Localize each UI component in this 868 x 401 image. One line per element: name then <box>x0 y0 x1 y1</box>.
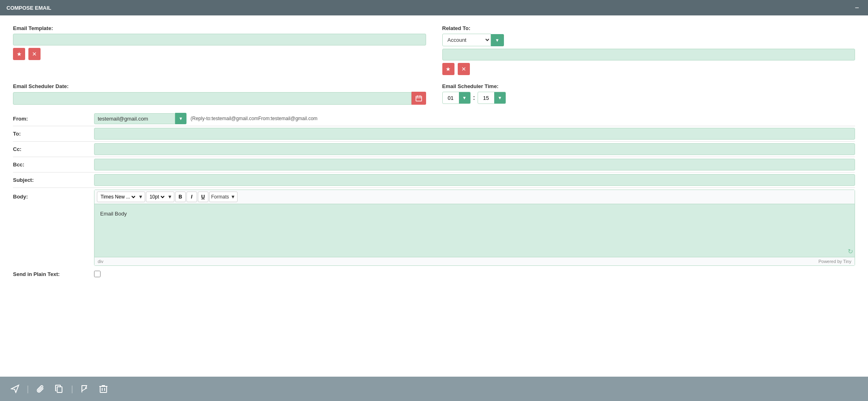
from-dropdown-button[interactable]: ▼ <box>175 113 186 124</box>
formats-arrow: ▼ <box>231 194 236 200</box>
font-family-select-wrap[interactable]: Times New ... Arial Helvetica Verdana ▼ <box>97 192 145 202</box>
bcc-input[interactable] <box>94 159 855 170</box>
time-colon: : <box>473 94 475 101</box>
scheduler-date-input[interactable]: 11/01/2021 <box>13 92 411 105</box>
to-label: To: <box>13 131 94 137</box>
resize-handle[interactable]: ↻ <box>848 248 853 255</box>
formats-label: Formats <box>211 194 229 200</box>
formats-select-wrap[interactable]: Formats ▼ <box>209 192 238 202</box>
calendar-button[interactable] <box>411 92 426 105</box>
template-bookmark-button[interactable]: ★ <box>13 48 25 60</box>
email-template-input[interactable] <box>13 34 426 45</box>
plain-text-label: Send in Plain Text: <box>13 271 94 277</box>
body-content: Email Body <box>100 211 127 217</box>
attach-icon <box>36 384 45 393</box>
minute-dropdown-button[interactable]: ▼ <box>494 92 506 103</box>
delete-button[interactable] <box>96 382 110 396</box>
copy-icon <box>55 384 64 393</box>
cc-label: Cc: <box>13 146 94 152</box>
font-size-arrow: ▼ <box>167 194 172 200</box>
body-editor-wrap: Times New ... Arial Helvetica Verdana ▼ … <box>94 190 855 266</box>
editor-footer: div Powered by Tiny <box>94 257 855 265</box>
related-to-label: Related To: <box>442 25 855 31</box>
divider-1: | <box>27 384 29 394</box>
related-bookmark-button[interactable]: ★ <box>442 63 454 75</box>
minimize-button[interactable]: − <box>852 3 862 13</box>
from-label: From: <box>13 116 94 122</box>
attach-button[interactable] <box>34 382 47 396</box>
email-fields-section: From: ▼ (Reply-to:testemail@gmail.comFro… <box>13 113 855 188</box>
bcc-label: Bcc: <box>13 162 94 168</box>
underline-button[interactable]: U <box>198 192 208 202</box>
font-size-select[interactable]: 8pt 9pt 10pt 11pt 12pt 14pt <box>148 194 166 200</box>
scheduler-minute-input[interactable] <box>478 93 494 103</box>
related-to-select[interactable]: Account Contact Lead Opportunity <box>442 34 491 46</box>
main-content: Email Template: ★ ✕ Related To: Account … <box>0 15 868 377</box>
template-close-button[interactable]: ✕ <box>28 48 41 60</box>
scheduler-date-section: Email Scheduler Date: 11/01/2021 <box>13 83 426 105</box>
subject-row: Subject: Test Email Scheduling <box>13 174 855 188</box>
bcc-row: Bcc: <box>13 159 855 172</box>
cc-row: Cc: <box>13 143 855 157</box>
subject-input[interactable]: Test Email Scheduling <box>94 174 855 186</box>
related-to-section: Related To: Account Contact Lead Opportu… <box>442 25 855 75</box>
font-family-arrow: ▼ <box>138 194 143 200</box>
scheduler-date-label: Email Scheduler Date: <box>13 83 426 89</box>
flag-icon <box>80 384 89 393</box>
italic-button[interactable]: I <box>186 192 197 202</box>
subject-label: Subject: <box>13 177 94 183</box>
svg-rect-0 <box>416 96 422 101</box>
title-bar: COMPOSE EMAIL − <box>0 0 868 15</box>
bottom-bar: | | <box>0 377 868 401</box>
powered-by-tiny: Powered by Tiny <box>819 259 851 264</box>
hour-dropdown-button[interactable]: ▼ <box>459 92 470 103</box>
cc-input[interactable] <box>94 143 855 155</box>
to-input[interactable]: testemail@gmail.com <box>94 128 855 140</box>
email-template-label: Email Template: <box>13 25 426 31</box>
to-row: To: testemail@gmail.com <box>13 128 855 142</box>
calendar-icon <box>416 95 422 101</box>
related-close-button[interactable]: ✕ <box>458 63 470 75</box>
editor-body[interactable]: Email Body ↻ <box>94 204 855 257</box>
send-button[interactable] <box>8 382 22 396</box>
copy-button[interactable] <box>52 382 66 396</box>
plain-text-checkbox[interactable] <box>94 271 101 277</box>
divider-2: | <box>71 384 73 394</box>
related-to-dropdown-button[interactable]: ▼ <box>491 34 504 46</box>
from-info-text: (Reply-to:testemail@gmail.comFrom:testem… <box>191 116 317 121</box>
related-to-input[interactable] <box>442 49 855 60</box>
body-section: Body: Times New ... Arial Helvetica Verd… <box>13 190 855 266</box>
font-family-select[interactable]: Times New ... Arial Helvetica Verdana <box>99 194 137 200</box>
body-label: Body: <box>13 190 94 200</box>
scheduler-time-section: Email Scheduler Time: ▼ : ▼ <box>442 83 855 105</box>
svg-rect-4 <box>57 387 62 392</box>
delete-icon <box>99 384 108 393</box>
from-row: From: ▼ (Reply-to:testemail@gmail.comFro… <box>13 113 855 126</box>
div-tag: div <box>98 259 103 264</box>
send-icon <box>11 384 19 393</box>
scheduler-hour-input[interactable] <box>443 93 459 103</box>
flag-button[interactable] <box>78 382 92 396</box>
bold-button[interactable]: B <box>175 192 186 202</box>
editor-toolbar: Times New ... Arial Helvetica Verdana ▼ … <box>94 190 855 204</box>
email-template-section: Email Template: ★ ✕ <box>13 25 426 75</box>
scheduler-time-label: Email Scheduler Time: <box>442 83 855 89</box>
window-title: COMPOSE EMAIL <box>6 5 51 11</box>
plain-text-row: Send in Plain Text: <box>13 271 855 277</box>
svg-rect-5 <box>100 386 107 392</box>
from-input[interactable] <box>94 113 175 124</box>
font-size-select-wrap[interactable]: 8pt 9pt 10pt 11pt 12pt 14pt ▼ <box>146 192 174 202</box>
